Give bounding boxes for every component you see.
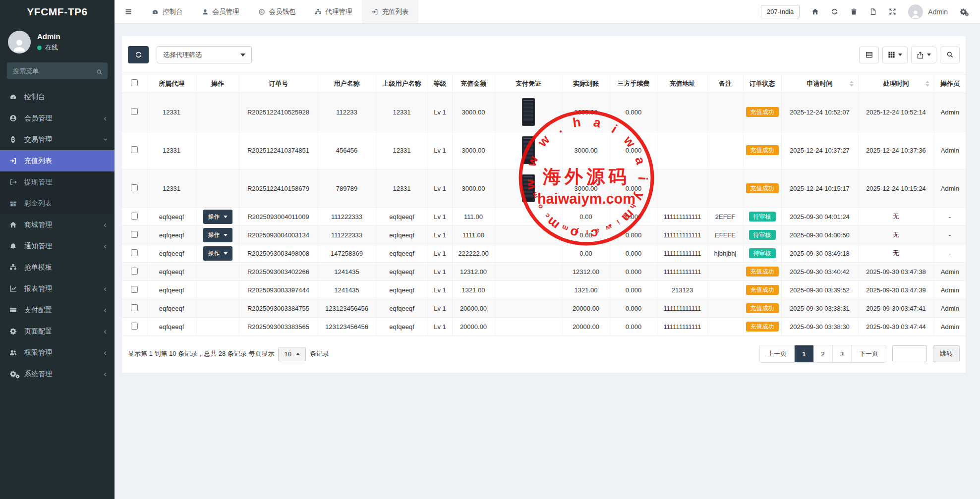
menu-search-input[interactable] [7,62,108,79]
order-status-badge: 充值成功 [746,145,779,155]
fullscreen-icon[interactable] [889,8,896,15]
cell-apply-time: 2025-09-30 03:39:52 [781,281,858,299]
sidebar-item-reports[interactable]: 报表管理‹ [0,278,115,299]
sidebar-item-payment-config[interactable]: 支付配置‹ [0,299,115,321]
cell-actual: 3000.00 [562,169,610,208]
tab-recharge-list[interactable]: 充值列表 [362,0,418,23]
row-select-checkbox[interactable] [131,268,138,275]
cogs-icon[interactable] [960,8,967,15]
row-select-checkbox[interactable] [131,231,138,238]
caret-down-icon [898,54,902,56]
trash-icon[interactable] [850,8,858,15]
row-select-checkbox[interactable] [131,146,138,153]
cell-fee: 0.000 [610,131,657,169]
cell-actual: 12312.00 [562,263,610,281]
cell-voucher [495,263,562,281]
cell-order-no: R2025093003397444 [239,281,318,299]
toggle-view-button[interactable] [859,47,879,63]
bell-icon [8,242,18,250]
header-operator: 操作员 [934,74,966,93]
cell-address: 111111111111 [657,244,707,263]
search-button[interactable] [940,47,960,63]
refresh-button[interactable] [128,46,149,63]
sidebar-item-bonus[interactable]: 彩金列表 [0,193,115,214]
cell-actual: 20000.00 [562,318,610,336]
withdraw-icon [8,178,18,186]
row-action-dropdown[interactable]: 操作 [203,246,232,261]
sidebar-item-dashboard[interactable]: 控制台 [0,86,115,108]
next-page-button[interactable]: 下一页 [851,345,886,362]
page-size-select[interactable]: 10 [278,347,305,361]
sidebar-item-withdraw[interactable]: 提现管理 [0,171,115,193]
agent-filter-select[interactable]: 选择代理筛选 [157,46,252,63]
sidebar-item-mall[interactable]: 商城管理‹ [0,214,115,235]
jump-button[interactable]: 跳转 [933,345,960,362]
topbar-user[interactable]: Admin [908,4,948,19]
prev-page-button[interactable]: 上一页 [760,345,794,362]
tab-agents[interactable]: 代理管理 [305,0,362,23]
page-button-2[interactable]: 2 [813,345,832,362]
select-all-checkbox[interactable] [131,79,138,86]
cell-select [122,318,147,336]
header-status: 订单状态 [743,74,781,93]
columns-button[interactable] [882,47,908,63]
tab-dashboard[interactable]: 控制台 [142,0,192,23]
hamburger-menu-icon[interactable]: ≡ [115,0,142,23]
sidebar-item-trade[interactable]: 交易管理‹ [0,129,115,150]
row-action-dropdown[interactable]: 操作 [203,210,232,224]
page-button-1[interactable]: 1 [794,345,813,362]
cell-agent: eqfqeeqf [147,244,196,263]
cell-address: 111111111111 [657,208,707,226]
home-icon[interactable] [811,8,819,15]
cell-username: 123123456456 [318,299,376,318]
sidebar-item-page-config[interactable]: 页面配置‹ [0,321,115,342]
row-select-checkbox[interactable] [131,323,138,330]
sidebar-item-system[interactable]: 系统管理‹ [0,363,115,385]
page-button-3[interactable]: 3 [832,345,851,362]
row-select-checkbox[interactable] [131,286,138,293]
sidebar-item-permissions[interactable]: 权限管理‹ [0,342,115,363]
cell-status: 充值成功 [743,263,781,281]
cell-fee: 0.000 [610,93,657,131]
refresh-icon[interactable] [831,8,838,15]
row-select-checkbox[interactable] [131,249,138,256]
wallet-icon [258,8,265,15]
row-select-checkbox[interactable] [131,184,138,191]
payment-voucher-image[interactable] [522,98,535,126]
row-select-checkbox[interactable] [131,213,138,220]
row-action-dropdown[interactable]: 操作 [203,228,232,242]
clear-cache-icon[interactable] [869,8,877,15]
row-select-checkbox[interactable] [131,304,138,311]
jump-page-input[interactable] [892,345,927,362]
cell-amount: 20000.00 [452,299,495,318]
export-button[interactable] [911,47,936,63]
cell-address [657,169,707,208]
payment-voucher-image[interactable] [522,136,535,164]
sidebar-item-members[interactable]: 会员管理‹ [0,108,115,129]
tab-members[interactable]: 会员管理 [192,0,249,23]
cell-process-time: 2025-12-24 10:52:14 [858,93,934,131]
tab-member-wallet[interactable]: 会员钱包 [249,0,305,23]
cell-remark: EFEFE [707,226,743,244]
header-parent-username: 上级用户名称 [376,74,428,93]
cell-action [196,131,239,169]
payment-voucher-image[interactable] [522,174,535,202]
header-process-time[interactable]: 处理时间 [858,74,934,93]
sidebar-item-recharge-list[interactable]: 充值列表 [0,150,115,171]
cell-voucher [495,169,562,208]
cell-action [196,263,239,281]
header-remark: 备注 [707,74,743,93]
row-select-checkbox[interactable] [131,108,138,115]
online-status-dot [37,46,42,50]
table-view-buttons [859,47,960,63]
cell-action [196,281,239,299]
cell-fee: 0.000 [610,281,657,299]
region-button[interactable]: 207-India [761,5,800,18]
cell-voucher [495,208,562,226]
sidebar-item-notice[interactable]: 通知管理‹ [0,235,115,257]
header-apply-time[interactable]: 申请时间 [781,74,858,93]
sidebar-item-grab-template[interactable]: 抢单模板 [0,257,115,278]
cell-operator: Admin [934,169,966,208]
cell-status: 充值成功 [743,299,781,318]
cell-fee: 0.000 [610,169,657,208]
